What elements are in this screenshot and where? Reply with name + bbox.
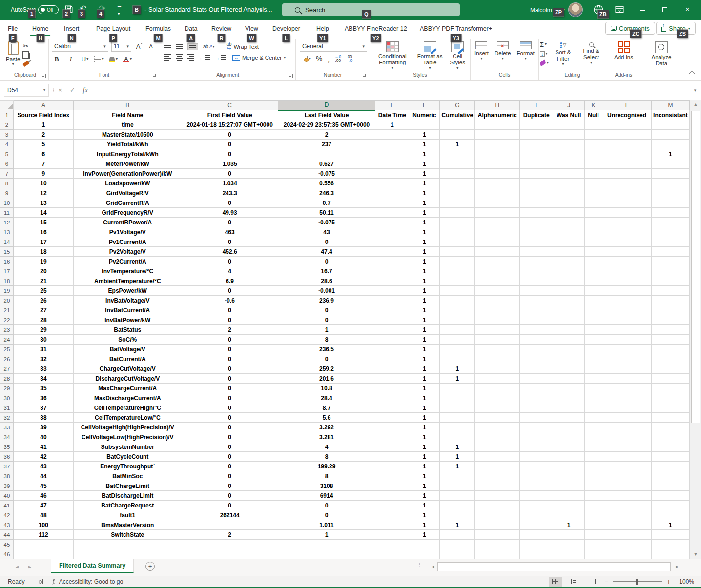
- cell-I9[interactable]: [520, 188, 553, 198]
- cell-J41[interactable]: [553, 501, 585, 510]
- cell-L31[interactable]: [602, 403, 652, 413]
- cell-E44[interactable]: [375, 530, 409, 540]
- cell-H39[interactable]: [475, 481, 520, 491]
- cell-M35[interactable]: [651, 442, 689, 452]
- format-painter-icon[interactable]: [23, 61, 30, 67]
- cell-I42[interactable]: [520, 510, 553, 520]
- row-header-7[interactable]: 7: [0, 169, 14, 179]
- cell-J35[interactable]: [553, 442, 585, 452]
- cell-I10[interactable]: [520, 198, 553, 208]
- cell-J20[interactable]: [553, 296, 585, 305]
- cell-B26[interactable]: BatCurrent/A: [73, 354, 182, 364]
- cell-I5[interactable]: [520, 149, 553, 159]
- tab-home[interactable]: HomeH: [32, 20, 48, 38]
- cell-F17[interactable]: 1: [409, 266, 440, 276]
- column-header-L[interactable]: L: [602, 101, 652, 110]
- cell-M17[interactable]: [651, 266, 689, 276]
- cell-E16[interactable]: [375, 257, 409, 266]
- cell-H21[interactable]: [475, 305, 520, 315]
- cell-I14[interactable]: [520, 237, 553, 247]
- cell-D13[interactable]: 43: [278, 227, 375, 237]
- scroll-down-icon[interactable]: ▼: [690, 550, 701, 559]
- cell-B24[interactable]: SoC/%: [73, 335, 182, 345]
- cell-E6[interactable]: [375, 159, 409, 169]
- cell-B1[interactable]: Field Name: [73, 110, 182, 120]
- cell-K39[interactable]: [585, 481, 602, 491]
- cell-E2[interactable]: 1: [375, 120, 409, 130]
- cell-I35[interactable]: [520, 442, 553, 452]
- cell-G5[interactable]: [440, 149, 475, 159]
- cell-J33[interactable]: [553, 423, 585, 432]
- cell-G36[interactable]: 1: [440, 452, 475, 462]
- cell-G41[interactable]: [440, 501, 475, 510]
- cell-M39[interactable]: [651, 481, 689, 491]
- cell-F33[interactable]: 1: [409, 423, 440, 432]
- cell-A12[interactable]: 15: [13, 218, 73, 227]
- cell-G30[interactable]: [440, 393, 475, 403]
- cell-A18[interactable]: 21: [13, 276, 73, 286]
- cell-K25[interactable]: [585, 345, 602, 354]
- cell-M1[interactable]: Inconsistant: [651, 110, 689, 120]
- cell-G20[interactable]: [440, 296, 475, 305]
- cell-I36[interactable]: [520, 452, 553, 462]
- cell-E4[interactable]: [375, 140, 409, 149]
- cell-H26[interactable]: [475, 354, 520, 364]
- analyze-data-button[interactable]: Analyze Data: [642, 40, 680, 80]
- cell-A37[interactable]: 43: [13, 462, 73, 471]
- cell-H28[interactable]: [475, 374, 520, 384]
- cell-A11[interactable]: 14: [13, 208, 73, 218]
- row-header-4[interactable]: 4: [0, 140, 14, 149]
- cell-L43[interactable]: [602, 520, 652, 530]
- cell-G29[interactable]: [440, 384, 475, 393]
- qat-customize-icon[interactable]: ▔▾: [118, 6, 121, 16]
- cell-B27[interactable]: ChargeCutVoltage/V: [73, 364, 182, 374]
- cell-F22[interactable]: 1: [409, 315, 440, 325]
- cell-F34[interactable]: 1: [409, 432, 440, 442]
- cell-G44[interactable]: [440, 530, 475, 540]
- cell-J9[interactable]: [553, 188, 585, 198]
- cell-E24[interactable]: [375, 335, 409, 345]
- cell-C41[interactable]: 0: [182, 501, 278, 510]
- row-header-35[interactable]: 35: [0, 442, 14, 452]
- cell-K22[interactable]: [585, 315, 602, 325]
- vertical-scrollbar[interactable]: ▲ ▼: [690, 100, 701, 559]
- underline-button[interactable]: U ▾: [80, 54, 90, 64]
- cell-G28[interactable]: 1: [440, 374, 475, 384]
- cell-D29[interactable]: 10.8: [278, 384, 375, 393]
- scroll-up-icon[interactable]: ▲: [690, 100, 701, 109]
- cell-L12[interactable]: [602, 218, 652, 227]
- cell-L16[interactable]: [602, 257, 652, 266]
- row-header-21[interactable]: 21: [0, 305, 14, 315]
- fill-button[interactable]: ↓▾: [540, 50, 549, 58]
- cell-G46[interactable]: [440, 549, 475, 559]
- cell-F44[interactable]: 1: [409, 530, 440, 540]
- cell-D20[interactable]: 236.9: [278, 296, 375, 305]
- cell-M44[interactable]: [651, 530, 689, 540]
- percent-style-icon[interactable]: %: [316, 54, 322, 62]
- cell-G2[interactable]: [440, 120, 475, 130]
- row-header-3[interactable]: 3: [0, 130, 14, 140]
- cell-K45[interactable]: [585, 540, 602, 549]
- cell-G32[interactable]: [440, 413, 475, 423]
- cell-J40[interactable]: [553, 491, 585, 501]
- cell-D46[interactable]: [278, 549, 375, 559]
- cell-L10[interactable]: [602, 198, 652, 208]
- cell-G45[interactable]: [440, 540, 475, 549]
- cell-D24[interactable]: 8: [278, 335, 375, 345]
- cell-J36[interactable]: [553, 452, 585, 462]
- cell-I23[interactable]: [520, 325, 553, 335]
- cell-G7[interactable]: [440, 169, 475, 179]
- cell-G17[interactable]: [440, 266, 475, 276]
- autosave-toggle[interactable]: Off: [38, 5, 59, 14]
- cell-F23[interactable]: 1: [409, 325, 440, 335]
- title-chevron-icon[interactable]: ▾: [260, 8, 262, 13]
- cell-G9[interactable]: [440, 188, 475, 198]
- cell-J4[interactable]: [553, 140, 585, 149]
- cell-H16[interactable]: [475, 257, 520, 266]
- cell-A5[interactable]: 6: [13, 149, 73, 159]
- row-header-32[interactable]: 32: [0, 413, 14, 423]
- cut-icon[interactable]: ✂: [23, 42, 30, 50]
- cell-L3[interactable]: [602, 130, 652, 140]
- tab-file[interactable]: FileF: [8, 20, 18, 38]
- cell-L24[interactable]: [602, 335, 652, 345]
